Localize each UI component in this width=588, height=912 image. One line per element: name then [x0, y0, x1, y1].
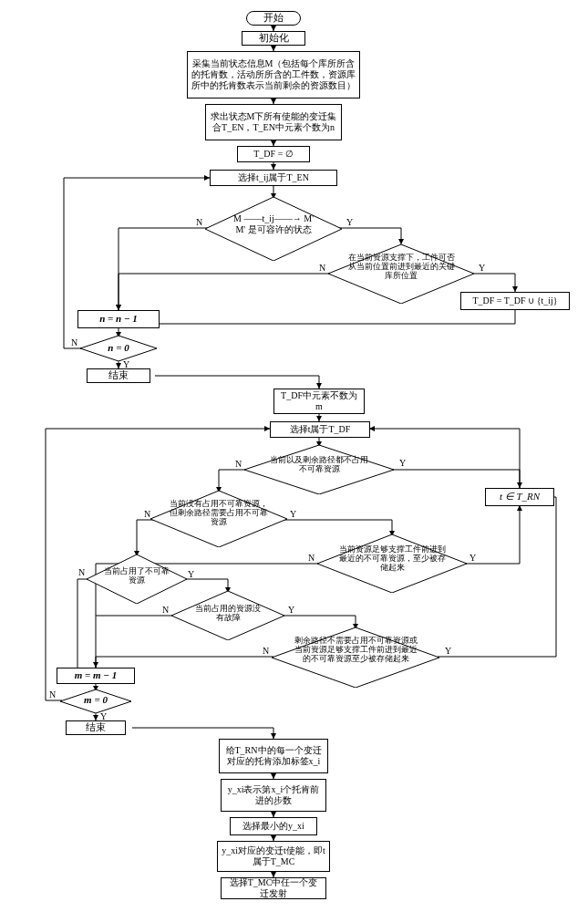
- n-minus-box: n = n − 1: [77, 310, 160, 328]
- fire-box: 选择T_MC中任一个变迁发射: [221, 877, 326, 899]
- select-min-box: 选择最小的y_xi: [230, 817, 317, 835]
- label-n: N: [162, 605, 169, 615]
- select-tij-box: 选择t_ij属于T_EN: [210, 170, 337, 186]
- yxi-def-box: y_xi表示第x_i个托肯前进的步数: [221, 779, 326, 812]
- yxi-t-box: y_xi对应的变迁t使能，即t属于T_MC: [217, 841, 330, 872]
- label-y: Y: [288, 605, 294, 615]
- label-x-box: 给T_RN中的每一个变迁对应的托肯添加标签x_i: [219, 739, 328, 773]
- label-n: N: [196, 217, 202, 227]
- decision-key-place: 在当前资源支撑下，工件可否从当前位置前进到最近的关键库所位置: [328, 244, 474, 304]
- label-n: N: [49, 689, 56, 700]
- flowchart-container: 开始 初始化 采集当前状态信息M（包括每个库所所含的托肯数，活动所所含的工件数，…: [9, 9, 579, 903]
- decision-fault: 当前占用的资源没有故障: [171, 591, 284, 640]
- decision-m-admissible: M ——t_ij——→ M' M' 是可容许的状态: [205, 197, 342, 261]
- label-y: Y: [469, 553, 476, 563]
- label-n: N: [308, 553, 315, 563]
- label-n: N: [71, 337, 77, 347]
- label-y: Y: [290, 509, 296, 519]
- init-box: 初始化: [242, 31, 305, 46]
- label-y: Y: [188, 569, 194, 579]
- tdf-union-box: T_DF = T_DF ∪ {t_ij}: [460, 292, 570, 310]
- label-y: Y: [123, 359, 129, 369]
- label-n: N: [144, 509, 150, 519]
- select-t-box: 选择t属于T_DF: [270, 421, 370, 438]
- label-n: N: [319, 263, 325, 273]
- start-terminal: 开始: [246, 11, 301, 26]
- solve-box: 求出状态M下所有使能的变迁集合T_EN，T_EN中元素个数为n: [205, 104, 342, 140]
- t-trn-box: t ∈ T_RN: [485, 488, 554, 506]
- end2-box: 结束: [66, 720, 126, 735]
- d1-line2: M' 是可容许的状态: [205, 224, 342, 235]
- m-minus-box: m = m − 1: [57, 668, 135, 684]
- decision-remain: 剩余路径不需要占用不可靠资源或当前资源足够支撑工件前进到最近的不可靠资源至少被存…: [272, 627, 439, 688]
- label-y: Y: [399, 458, 406, 468]
- collect-box: 采集当前状态信息M（包括每个库所所含的托肯数，活动所所含的工件数，资源库所中的托…: [187, 51, 360, 98]
- label-y: Y: [100, 711, 107, 721]
- label-y: Y: [445, 646, 451, 656]
- decision-n-zero: n = 0: [80, 336, 157, 361]
- decision-path: 当前以及剩余路径都不占用不可靠资源: [244, 445, 394, 494]
- decision-curr-none: 当前没有占用不可靠资源，但剩余路径需要占用不可靠资源: [150, 491, 287, 547]
- decision-support: 当前资源足够支撑工件前进到最近的不可靠资源，至少被存储起来: [317, 534, 467, 593]
- decision-m-zero: m = 0: [60, 689, 131, 713]
- d1-line1: M ——t_ij——→ M': [205, 213, 342, 224]
- label-n: N: [78, 567, 85, 577]
- tdf-empty-box: T_DF = ∅: [237, 146, 310, 162]
- label-n: N: [235, 459, 242, 469]
- tdf-m-box: T_DF中元素不数为m: [273, 389, 365, 414]
- label-y: Y: [479, 263, 485, 273]
- label-y: Y: [346, 217, 353, 227]
- label-n: N: [263, 646, 269, 656]
- end1-box: 结束: [87, 368, 150, 383]
